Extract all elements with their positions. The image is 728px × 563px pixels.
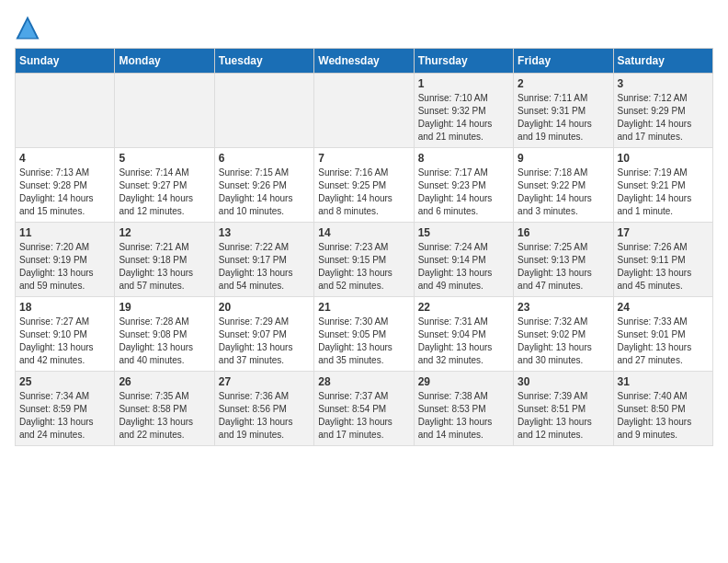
calendar-week-row: 4Sunrise: 7:13 AM Sunset: 9:28 PM Daylig… <box>16 148 713 223</box>
day-info: Sunrise: 7:14 AM Sunset: 9:27 PM Dayligh… <box>119 167 210 218</box>
day-info: Sunrise: 7:18 AM Sunset: 9:22 PM Dayligh… <box>518 167 609 218</box>
calendar-week-row: 18Sunrise: 7:27 AM Sunset: 9:10 PM Dayli… <box>16 297 713 372</box>
calendar-week-row: 1Sunrise: 7:10 AM Sunset: 9:32 PM Daylig… <box>16 74 713 148</box>
calendar-day-cell: 7Sunrise: 7:16 AM Sunset: 9:25 PM Daylig… <box>314 148 414 223</box>
day-number: 18 <box>19 301 110 314</box>
day-number: 26 <box>119 375 210 388</box>
calendar-day-cell: 28Sunrise: 7:37 AM Sunset: 8:54 PM Dayli… <box>314 372 414 446</box>
day-info: Sunrise: 7:22 AM Sunset: 9:17 PM Dayligh… <box>219 241 310 293</box>
day-info: Sunrise: 7:26 AM Sunset: 9:11 PM Dayligh… <box>618 241 709 293</box>
calendar-day-cell: 24Sunrise: 7:33 AM Sunset: 9:01 PM Dayli… <box>613 297 712 372</box>
day-number: 25 <box>19 375 110 388</box>
calendar-day-cell: 23Sunrise: 7:32 AM Sunset: 9:02 PM Dayli… <box>514 297 613 372</box>
day-number: 24 <box>618 301 709 314</box>
calendar-day-cell: 22Sunrise: 7:31 AM Sunset: 9:04 PM Dayli… <box>414 297 513 372</box>
day-info: Sunrise: 7:33 AM Sunset: 9:01 PM Dayligh… <box>618 316 709 367</box>
calendar-day-cell: 18Sunrise: 7:27 AM Sunset: 9:10 PM Dayli… <box>16 297 115 372</box>
calendar-day-cell: 1Sunrise: 7:10 AM Sunset: 9:32 PM Daylig… <box>414 74 513 148</box>
day-number: 8 <box>418 152 509 165</box>
calendar-day-cell: 14Sunrise: 7:23 AM Sunset: 9:15 PM Dayli… <box>314 223 414 297</box>
day-info: Sunrise: 7:38 AM Sunset: 8:53 PM Dayligh… <box>418 390 509 442</box>
day-info: Sunrise: 7:23 AM Sunset: 9:15 PM Dayligh… <box>318 241 409 293</box>
calendar-day-cell: 31Sunrise: 7:40 AM Sunset: 8:50 PM Dayli… <box>613 372 712 446</box>
day-number: 7 <box>318 152 409 165</box>
calendar-day-cell: 30Sunrise: 7:39 AM Sunset: 8:51 PM Dayli… <box>514 372 613 446</box>
col-header-friday: Friday <box>514 49 613 74</box>
col-header-wednesday: Wednesday <box>314 49 414 74</box>
logo <box>15 15 44 40</box>
day-number: 13 <box>219 226 310 239</box>
day-info: Sunrise: 7:35 AM Sunset: 8:58 PM Dayligh… <box>119 390 210 442</box>
day-info: Sunrise: 7:17 AM Sunset: 9:23 PM Dayligh… <box>418 167 509 218</box>
day-number: 14 <box>318 226 409 239</box>
calendar-day-cell: 20Sunrise: 7:29 AM Sunset: 9:07 PM Dayli… <box>214 297 313 372</box>
day-info: Sunrise: 7:12 AM Sunset: 9:29 PM Dayligh… <box>618 92 709 144</box>
calendar-week-row: 25Sunrise: 7:34 AM Sunset: 8:59 PM Dayli… <box>16 372 713 446</box>
calendar-empty-cell <box>214 74 313 148</box>
day-number: 16 <box>518 226 609 239</box>
day-info: Sunrise: 7:37 AM Sunset: 8:54 PM Dayligh… <box>318 390 409 442</box>
day-info: Sunrise: 7:36 AM Sunset: 8:56 PM Dayligh… <box>219 390 310 442</box>
calendar-day-cell: 6Sunrise: 7:15 AM Sunset: 9:26 PM Daylig… <box>214 148 313 223</box>
calendar-day-cell: 19Sunrise: 7:28 AM Sunset: 9:08 PM Dayli… <box>115 297 214 372</box>
day-number: 15 <box>418 226 509 239</box>
calendar-empty-cell <box>115 74 214 148</box>
calendar-day-cell: 2Sunrise: 7:11 AM Sunset: 9:31 PM Daylig… <box>514 74 613 148</box>
day-number: 20 <box>219 301 310 314</box>
calendar-empty-cell <box>16 74 115 148</box>
day-info: Sunrise: 7:20 AM Sunset: 9:19 PM Dayligh… <box>19 241 110 293</box>
calendar-day-cell: 16Sunrise: 7:25 AM Sunset: 9:13 PM Dayli… <box>514 223 613 297</box>
day-info: Sunrise: 7:40 AM Sunset: 8:50 PM Dayligh… <box>618 390 709 442</box>
day-info: Sunrise: 7:31 AM Sunset: 9:04 PM Dayligh… <box>418 316 509 367</box>
day-number: 9 <box>518 152 609 165</box>
day-info: Sunrise: 7:13 AM Sunset: 9:28 PM Dayligh… <box>19 167 110 218</box>
calendar-day-cell: 5Sunrise: 7:14 AM Sunset: 9:27 PM Daylig… <box>115 148 214 223</box>
day-info: Sunrise: 7:39 AM Sunset: 8:51 PM Dayligh… <box>518 390 609 442</box>
calendar-header-row: SundayMondayTuesdayWednesdayThursdayFrid… <box>16 49 713 74</box>
day-info: Sunrise: 7:28 AM Sunset: 9:08 PM Dayligh… <box>119 316 210 367</box>
day-info: Sunrise: 7:24 AM Sunset: 9:14 PM Dayligh… <box>418 241 509 293</box>
col-header-tuesday: Tuesday <box>214 49 313 74</box>
day-number: 23 <box>518 301 609 314</box>
day-number: 17 <box>618 226 709 239</box>
day-info: Sunrise: 7:16 AM Sunset: 9:25 PM Dayligh… <box>318 167 409 218</box>
day-number: 19 <box>119 301 210 314</box>
day-number: 29 <box>418 375 509 388</box>
calendar-day-cell: 10Sunrise: 7:19 AM Sunset: 9:21 PM Dayli… <box>613 148 712 223</box>
day-number: 30 <box>518 375 609 388</box>
day-number: 31 <box>618 375 709 388</box>
day-number: 10 <box>618 152 709 165</box>
day-info: Sunrise: 7:27 AM Sunset: 9:10 PM Dayligh… <box>19 316 110 367</box>
day-number: 22 <box>418 301 509 314</box>
calendar-day-cell: 25Sunrise: 7:34 AM Sunset: 8:59 PM Dayli… <box>16 372 115 446</box>
col-header-thursday: Thursday <box>414 49 513 74</box>
day-number: 6 <box>219 152 310 165</box>
calendar-day-cell: 12Sunrise: 7:21 AM Sunset: 9:18 PM Dayli… <box>115 223 214 297</box>
calendar-day-cell: 3Sunrise: 7:12 AM Sunset: 9:29 PM Daylig… <box>613 74 712 148</box>
logo-icon <box>15 15 40 40</box>
col-header-sunday: Sunday <box>16 49 115 74</box>
day-info: Sunrise: 7:10 AM Sunset: 9:32 PM Dayligh… <box>418 92 509 144</box>
day-number: 11 <box>19 226 110 239</box>
calendar-day-cell: 17Sunrise: 7:26 AM Sunset: 9:11 PM Dayli… <box>613 223 712 297</box>
day-info: Sunrise: 7:19 AM Sunset: 9:21 PM Dayligh… <box>618 167 709 218</box>
calendar-empty-cell <box>314 74 414 148</box>
day-info: Sunrise: 7:32 AM Sunset: 9:02 PM Dayligh… <box>518 316 609 367</box>
day-number: 2 <box>518 77 609 90</box>
calendar-day-cell: 27Sunrise: 7:36 AM Sunset: 8:56 PM Dayli… <box>214 372 313 446</box>
day-info: Sunrise: 7:21 AM Sunset: 9:18 PM Dayligh… <box>119 241 210 293</box>
day-info: Sunrise: 7:29 AM Sunset: 9:07 PM Dayligh… <box>219 316 310 367</box>
calendar-day-cell: 8Sunrise: 7:17 AM Sunset: 9:23 PM Daylig… <box>414 148 513 223</box>
day-number: 27 <box>219 375 310 388</box>
day-number: 12 <box>119 226 210 239</box>
page-header <box>15 15 713 40</box>
day-number: 28 <box>318 375 409 388</box>
day-number: 3 <box>618 77 709 90</box>
col-header-monday: Monday <box>115 49 214 74</box>
calendar-day-cell: 15Sunrise: 7:24 AM Sunset: 9:14 PM Dayli… <box>414 223 513 297</box>
day-info: Sunrise: 7:30 AM Sunset: 9:05 PM Dayligh… <box>318 316 409 367</box>
day-number: 4 <box>19 152 110 165</box>
day-number: 21 <box>318 301 409 314</box>
calendar-day-cell: 13Sunrise: 7:22 AM Sunset: 9:17 PM Dayli… <box>214 223 313 297</box>
calendar-day-cell: 29Sunrise: 7:38 AM Sunset: 8:53 PM Dayli… <box>414 372 513 446</box>
